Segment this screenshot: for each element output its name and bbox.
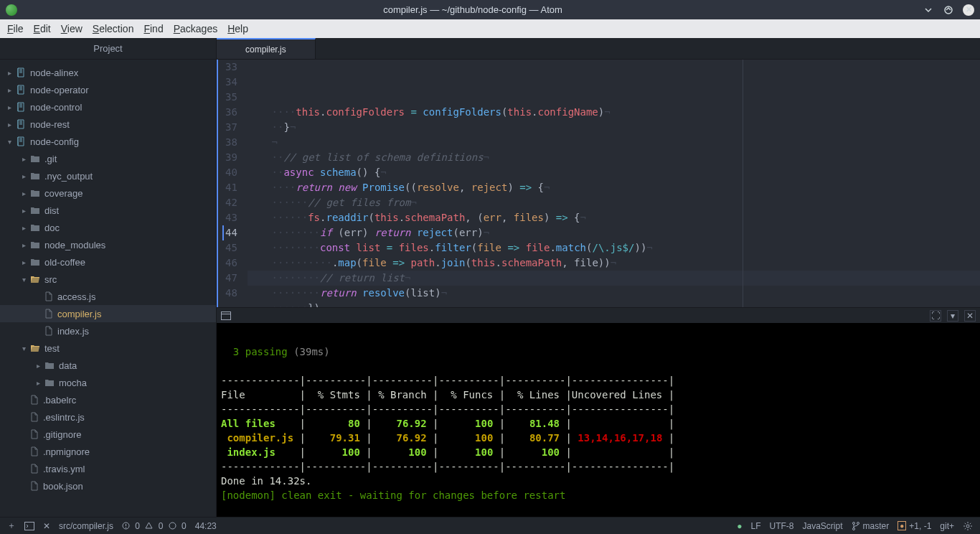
terminal-fullscreen-icon[interactable]: ⛶ <box>930 310 941 322</box>
folder-icon <box>30 206 40 215</box>
tree-item--npmignore[interactable]: .npmignore <box>0 443 216 460</box>
wrap-guide <box>743 60 743 307</box>
folder-icon <box>30 154 40 163</box>
folder-icon <box>44 378 55 387</box>
gutter: 33343536373839404142434445464748 <box>218 60 248 307</box>
tree-item--gitignore[interactable]: .gitignore <box>0 426 216 443</box>
file-icon <box>30 481 39 491</box>
svg-rect-1 <box>222 312 231 319</box>
app-icon <box>6 4 17 16</box>
tree-item--travis-yml[interactable]: .travis.yml <box>0 460 216 477</box>
tree-item-index-js[interactable]: index.js <box>0 322 216 339</box>
svg-point-10 <box>852 528 854 530</box>
tree-item-mocha[interactable]: ▸mocha <box>0 374 216 391</box>
status-branch[interactable]: master <box>852 521 890 531</box>
tree-item-coverage[interactable]: ▸coverage <box>0 184 216 202</box>
status-diagnostics[interactable]: 0 0 0 <box>122 521 187 531</box>
file-icon <box>30 412 39 422</box>
status-git-dot: ● <box>737 521 742 531</box>
statusbar: ＋ ✕ src/compiler.js 0 0 0 44:23 ● LF UTF… <box>0 517 980 534</box>
sidebar-title: Project <box>0 38 216 60</box>
tree-item-data[interactable]: ▸data <box>0 357 216 374</box>
file-tree[interactable]: ▸node-alinex▸node-operator▸node-control▸… <box>0 60 216 517</box>
repo-icon <box>16 102 26 112</box>
file-icon <box>44 326 53 336</box>
repo-icon <box>16 119 26 129</box>
folder-icon <box>30 258 40 266</box>
menu-find[interactable]: Find <box>143 23 163 34</box>
tree-item--nyc-output[interactable]: ▸.nyc_output <box>0 167 216 184</box>
menu-packages[interactable]: Packages <box>174 23 218 34</box>
folder-icon <box>30 172 40 180</box>
folder-open-icon <box>30 275 40 284</box>
file-icon <box>30 464 39 474</box>
status-language[interactable]: JavaScript <box>803 521 843 531</box>
menu-file[interactable]: File <box>7 23 24 34</box>
tree-item-old-coffee[interactable]: ▸old-coffee <box>0 253 216 271</box>
menu-edit[interactable]: Edit <box>34 23 51 34</box>
terminal[interactable]: 3 passing (39ms) -------------|---------… <box>217 323 980 517</box>
editor[interactable]: 33343536373839404142434445464748 ····thi… <box>217 60 980 307</box>
svg-point-6 <box>126 527 126 528</box>
tree-item-node-rest[interactable]: ▸node-rest <box>0 116 216 133</box>
minimize-icon[interactable] <box>923 4 934 16</box>
tree-item-node-alinex[interactable]: ▸node-alinex <box>0 64 216 81</box>
status-git-diff[interactable]: ●+1, -1 <box>897 521 931 531</box>
close-icon[interactable]: ✕ <box>963 4 974 16</box>
tree-item-compiler-js[interactable]: compiler.js <box>0 305 216 322</box>
status-git-plus[interactable]: git+ <box>940 521 954 531</box>
tree-item-node-config[interactable]: ▾node-config <box>0 133 216 150</box>
menu-help[interactable]: Help <box>227 23 248 34</box>
menu-view[interactable]: View <box>61 23 83 34</box>
maximize-icon[interactable] <box>943 4 954 16</box>
tree-item--git[interactable]: ▸.git <box>0 150 216 167</box>
repo-icon <box>16 136 26 146</box>
tree-item-doc[interactable]: ▸doc <box>0 219 216 236</box>
file-icon <box>30 429 39 439</box>
sidebar: Project ▸node-alinex▸node-operator▸node-… <box>0 38 217 517</box>
menubar: File Edit View Selection Find Packages H… <box>0 19 980 38</box>
folder-icon <box>30 240 40 249</box>
tree-item-access-js[interactable]: access.js <box>0 288 216 305</box>
settings-icon[interactable] <box>963 521 973 531</box>
file-icon <box>30 446 39 456</box>
window-titlebar: compiler.js — ~/github/node-config — Ato… <box>0 0 980 19</box>
tree-item-book-json[interactable]: book.json <box>0 477 216 495</box>
code-area[interactable]: ····this.configFolders = configFolders(t… <box>248 60 980 307</box>
tree-item-test[interactable]: ▾test <box>0 339 216 357</box>
folder-icon <box>30 223 40 232</box>
tree-item-node-modules[interactable]: ▸node_modules <box>0 236 216 253</box>
repo-icon <box>16 67 26 78</box>
folder-icon <box>30 189 40 197</box>
terminal-close-icon[interactable]: ✕ <box>964 310 976 322</box>
file-icon <box>30 395 39 405</box>
svg-point-9 <box>857 522 859 524</box>
tab-compiler[interactable]: compiler.js <box>217 38 316 59</box>
terminal-toggle-icon[interactable] <box>221 312 231 320</box>
tree-item-src[interactable]: ▾src <box>0 271 216 288</box>
folder-icon <box>44 361 55 370</box>
tree-item-node-control[interactable]: ▸node-control <box>0 98 216 116</box>
tab-bar: compiler.js <box>217 38 980 60</box>
repo-icon <box>16 85 26 95</box>
status-line-ending[interactable]: LF <box>751 521 761 531</box>
tab-label: compiler.js <box>245 44 286 55</box>
svg-point-8 <box>852 522 854 524</box>
terminal-collapse-icon[interactable]: ▾ <box>947 310 958 322</box>
new-file-icon[interactable]: ＋ <box>7 520 16 532</box>
tree-item--babelrc[interactable]: .babelrc <box>0 391 216 408</box>
status-file[interactable]: src/compiler.js <box>59 521 113 531</box>
status-encoding[interactable]: UTF-8 <box>770 521 794 531</box>
window-title: compiler.js — ~/github/node-config — Ato… <box>23 4 923 15</box>
tree-item-node-operator[interactable]: ▸node-operator <box>0 81 216 98</box>
menu-selection[interactable]: Selection <box>93 23 134 34</box>
terminal-status-icon[interactable] <box>24 522 34 530</box>
status-position[interactable]: 44:23 <box>195 521 217 531</box>
close-term-icon[interactable]: ✕ <box>43 521 50 531</box>
svg-point-7 <box>169 523 176 529</box>
tree-item--eslintrc-js[interactable]: .eslintrc.js <box>0 408 216 426</box>
folder-open-icon <box>30 344 40 352</box>
svg-point-11 <box>966 525 969 528</box>
svg-rect-3 <box>25 522 34 530</box>
tree-item-dist[interactable]: ▸dist <box>0 202 216 219</box>
